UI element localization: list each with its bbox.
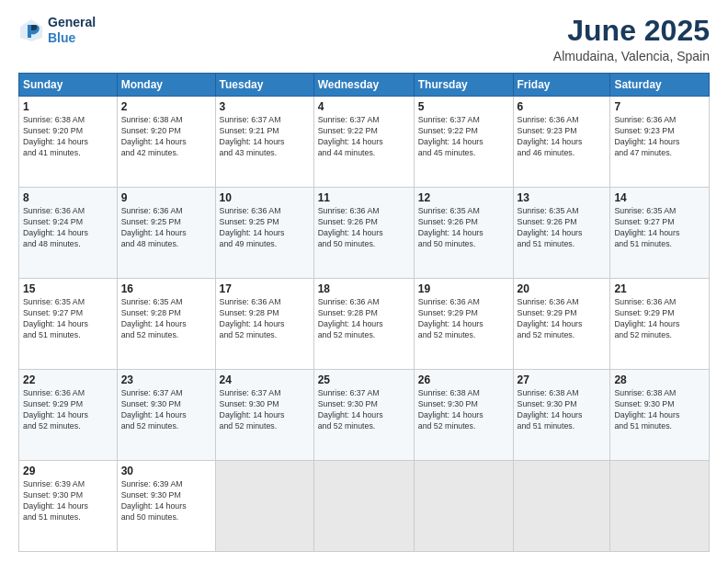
day-info: Sunrise: 6:37 AMSunset: 9:30 PMDaylight:… <box>121 388 211 432</box>
calendar-cell: 22Sunrise: 6:36 AMSunset: 9:29 PMDayligh… <box>19 370 118 461</box>
calendar-cell: 11Sunrise: 6:36 AMSunset: 9:26 PMDayligh… <box>313 188 414 279</box>
calendar-cell: 23Sunrise: 6:37 AMSunset: 9:30 PMDayligh… <box>117 370 215 461</box>
day-number: 17 <box>220 282 310 296</box>
day-info: Sunrise: 6:37 AMSunset: 9:22 PMDaylight:… <box>318 115 410 159</box>
day-number: 4 <box>318 99 410 114</box>
day-info: Sunrise: 6:38 AMSunset: 9:20 PMDaylight:… <box>23 115 113 159</box>
day-number: 7 <box>614 99 705 114</box>
day-info: Sunrise: 6:38 AMSunset: 9:20 PMDaylight:… <box>121 115 211 159</box>
day-info: Sunrise: 6:37 AMSunset: 9:30 PMDaylight:… <box>318 388 410 432</box>
day-info: Sunrise: 6:37 AMSunset: 9:30 PMDaylight:… <box>220 388 310 432</box>
calendar-cell: 16Sunrise: 6:35 AMSunset: 9:28 PMDayligh… <box>117 279 215 370</box>
calendar-cell: 2Sunrise: 6:38 AMSunset: 9:20 PMDaylight… <box>117 97 215 188</box>
calendar-cell: 4Sunrise: 6:37 AMSunset: 9:22 PMDaylight… <box>313 97 414 188</box>
calendar-cell <box>215 461 313 552</box>
calendar-cell: 29Sunrise: 6:39 AMSunset: 9:30 PMDayligh… <box>19 461 118 552</box>
weekday-header-monday: Monday <box>117 74 215 97</box>
calendar-cell: 14Sunrise: 6:35 AMSunset: 9:27 PMDayligh… <box>610 188 710 279</box>
day-info: Sunrise: 6:35 AMSunset: 9:26 PMDaylight:… <box>418 206 509 250</box>
calendar-cell: 19Sunrise: 6:36 AMSunset: 9:29 PMDayligh… <box>414 279 513 370</box>
location: Almudaina, Valencia, Spain <box>553 49 710 63</box>
calendar-cell: 8Sunrise: 6:36 AMSunset: 9:24 PMDaylight… <box>19 188 118 279</box>
day-number: 15 <box>23 282 113 296</box>
day-info: Sunrise: 6:38 AMSunset: 9:30 PMDaylight:… <box>518 388 607 432</box>
day-number: 3 <box>220 99 310 114</box>
day-number: 1 <box>23 99 113 114</box>
day-number: 30 <box>121 464 211 478</box>
day-info: Sunrise: 6:36 AMSunset: 9:26 PMDaylight:… <box>318 206 410 250</box>
day-number: 19 <box>418 282 509 296</box>
calendar-page: General Blue June 2025 Almudaina, Valenc… <box>0 0 728 563</box>
calendar-cell: 28Sunrise: 6:38 AMSunset: 9:30 PMDayligh… <box>610 370 710 461</box>
day-number: 13 <box>518 190 607 205</box>
calendar-cell: 30Sunrise: 6:39 AMSunset: 9:30 PMDayligh… <box>117 461 215 552</box>
day-number: 24 <box>220 373 310 387</box>
day-number: 14 <box>614 190 705 205</box>
calendar-cell: 5Sunrise: 6:37 AMSunset: 9:22 PMDaylight… <box>414 97 513 188</box>
day-info: Sunrise: 6:36 AMSunset: 9:29 PMDaylight:… <box>418 297 509 341</box>
day-info: Sunrise: 6:39 AMSunset: 9:30 PMDaylight:… <box>121 479 211 523</box>
weekday-header-tuesday: Tuesday <box>215 74 313 97</box>
day-number: 25 <box>318 373 410 387</box>
header: General Blue June 2025 Almudaina, Valenc… <box>18 15 710 63</box>
calendar-cell: 13Sunrise: 6:35 AMSunset: 9:26 PMDayligh… <box>513 188 610 279</box>
day-info: Sunrise: 6:36 AMSunset: 9:23 PMDaylight:… <box>614 115 705 159</box>
weekday-header-friday: Friday <box>513 74 610 97</box>
day-number: 26 <box>418 373 509 387</box>
month-title: June 2025 <box>553 15 710 47</box>
day-number: 27 <box>518 373 607 387</box>
day-number: 12 <box>418 190 509 205</box>
title-block: June 2025 Almudaina, Valencia, Spain <box>553 15 710 63</box>
day-number: 22 <box>23 373 113 387</box>
calendar-cell: 12Sunrise: 6:35 AMSunset: 9:26 PMDayligh… <box>414 188 513 279</box>
calendar-cell: 15Sunrise: 6:35 AMSunset: 9:27 PMDayligh… <box>19 279 118 370</box>
calendar-cell <box>610 461 710 552</box>
calendar-cell: 10Sunrise: 6:36 AMSunset: 9:25 PMDayligh… <box>215 188 313 279</box>
calendar-cell: 6Sunrise: 6:36 AMSunset: 9:23 PMDaylight… <box>513 97 610 188</box>
calendar-cell: 26Sunrise: 6:38 AMSunset: 9:30 PMDayligh… <box>414 370 513 461</box>
calendar-cell: 7Sunrise: 6:36 AMSunset: 9:23 PMDaylight… <box>610 97 710 188</box>
day-info: Sunrise: 6:36 AMSunset: 9:28 PMDaylight:… <box>318 297 410 341</box>
calendar-cell: 9Sunrise: 6:36 AMSunset: 9:25 PMDaylight… <box>117 188 215 279</box>
day-info: Sunrise: 6:35 AMSunset: 9:27 PMDaylight:… <box>23 297 113 341</box>
day-info: Sunrise: 6:36 AMSunset: 9:29 PMDaylight:… <box>23 388 113 432</box>
day-info: Sunrise: 6:36 AMSunset: 9:29 PMDaylight:… <box>614 297 705 341</box>
calendar-cell: 1Sunrise: 6:38 AMSunset: 9:20 PMDaylight… <box>19 97 118 188</box>
day-info: Sunrise: 6:35 AMSunset: 9:26 PMDaylight:… <box>518 206 607 250</box>
day-info: Sunrise: 6:37 AMSunset: 9:22 PMDaylight:… <box>418 115 509 159</box>
calendar-cell: 3Sunrise: 6:37 AMSunset: 9:21 PMDaylight… <box>215 97 313 188</box>
day-number: 10 <box>220 190 310 205</box>
day-number: 20 <box>518 282 607 296</box>
calendar-cell <box>313 461 414 552</box>
day-number: 6 <box>518 99 607 114</box>
day-info: Sunrise: 6:36 AMSunset: 9:24 PMDaylight:… <box>23 206 113 250</box>
day-number: 18 <box>318 282 410 296</box>
weekday-header-sunday: Sunday <box>19 74 118 97</box>
day-number: 23 <box>121 373 211 387</box>
day-number: 16 <box>121 282 211 296</box>
day-info: Sunrise: 6:36 AMSunset: 9:23 PMDaylight:… <box>518 115 607 159</box>
logo: General Blue <box>18 15 96 46</box>
day-info: Sunrise: 6:38 AMSunset: 9:30 PMDaylight:… <box>614 388 705 432</box>
day-number: 9 <box>121 190 211 205</box>
calendar-cell: 27Sunrise: 6:38 AMSunset: 9:30 PMDayligh… <box>513 370 610 461</box>
calendar-cell <box>513 461 610 552</box>
day-number: 11 <box>318 190 410 205</box>
calendar-cell: 24Sunrise: 6:37 AMSunset: 9:30 PMDayligh… <box>215 370 313 461</box>
day-info: Sunrise: 6:36 AMSunset: 9:25 PMDaylight:… <box>121 206 211 250</box>
day-number: 21 <box>614 282 705 296</box>
day-number: 5 <box>418 99 509 114</box>
calendar-table: SundayMondayTuesdayWednesdayThursdayFrid… <box>18 73 710 552</box>
day-info: Sunrise: 6:36 AMSunset: 9:28 PMDaylight:… <box>220 297 310 341</box>
day-info: Sunrise: 6:36 AMSunset: 9:25 PMDaylight:… <box>220 206 310 250</box>
calendar-cell: 25Sunrise: 6:37 AMSunset: 9:30 PMDayligh… <box>313 370 414 461</box>
calendar-cell: 20Sunrise: 6:36 AMSunset: 9:29 PMDayligh… <box>513 279 610 370</box>
weekday-header-saturday: Saturday <box>610 74 710 97</box>
day-number: 8 <box>23 190 113 205</box>
calendar-cell: 18Sunrise: 6:36 AMSunset: 9:28 PMDayligh… <box>313 279 414 370</box>
day-info: Sunrise: 6:35 AMSunset: 9:27 PMDaylight:… <box>614 206 705 250</box>
calendar-cell: 21Sunrise: 6:36 AMSunset: 9:29 PMDayligh… <box>610 279 710 370</box>
weekday-header-wednesday: Wednesday <box>313 74 414 97</box>
calendar-cell: 17Sunrise: 6:36 AMSunset: 9:28 PMDayligh… <box>215 279 313 370</box>
day-number: 28 <box>614 373 705 387</box>
